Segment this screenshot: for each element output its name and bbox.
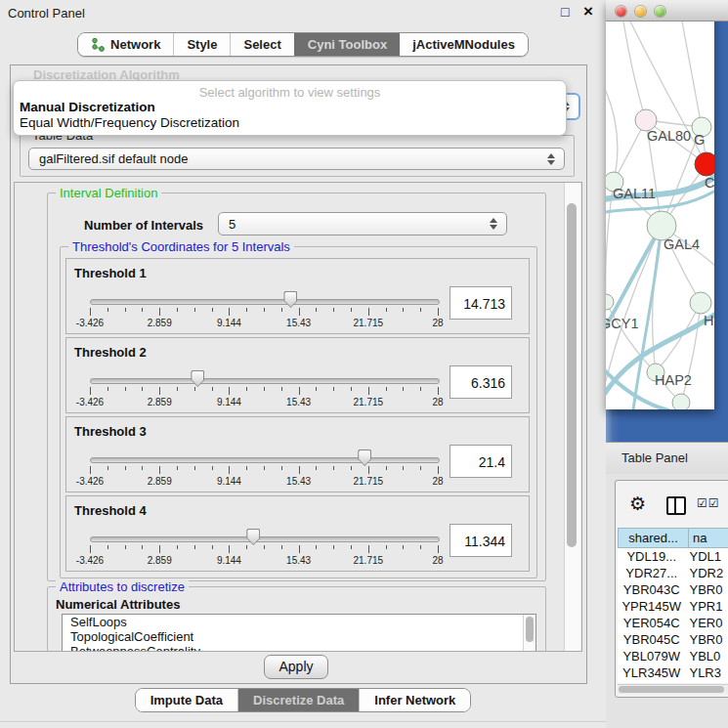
slider-tick-label: 9.144 (199, 318, 258, 328)
thresholds-group: Threshold's Coordinates for 5 Intervals … (60, 246, 537, 578)
network-node-partial[interactable] (672, 394, 690, 409)
slider-tick (229, 545, 230, 553)
panel-scrollbar-thumb[interactable] (567, 203, 577, 547)
attributes-group-title: Attributes to discretize (56, 579, 189, 594)
threshold-slider-track[interactable] (90, 457, 440, 463)
network-node-gcy1[interactable] (606, 294, 614, 310)
attribute-list-item[interactable]: SelfLoops (63, 615, 535, 629)
list-scrollbar-thumb[interactable] (526, 617, 534, 642)
slider-tick (333, 466, 334, 470)
panel-scrollbar[interactable] (564, 183, 580, 651)
float-window-icon[interactable]: □ (561, 4, 569, 20)
slider-tick (316, 545, 317, 549)
network-graph[interactable]: GAL80GCGAL11GAL4GCY1HHAP2 (606, 21, 714, 409)
list-scrollbar[interactable] (523, 615, 535, 652)
table-row[interactable]: YPR145WYPR1 (618, 598, 728, 615)
tab-label: jActiveMNodules (412, 37, 515, 52)
slider-tick (246, 545, 247, 549)
slider-tick (351, 466, 352, 470)
slider-tick (177, 545, 178, 549)
table-horizontal-scrollbar[interactable] (618, 684, 728, 694)
bottom-tab-impute-data[interactable]: Impute Data (136, 689, 237, 711)
table-row[interactable]: YDL19...YDL1 (618, 548, 728, 565)
apply-button[interactable]: Apply (264, 655, 328, 679)
slider-tick (212, 387, 213, 391)
numerical-attributes-list[interactable]: SelfLoopsTopologicalCoefficientBetweenne… (62, 614, 536, 652)
bottom-tab-infer-network[interactable]: Infer Network (359, 689, 470, 711)
table-hscrollbar-thumb[interactable] (619, 686, 724, 693)
table-row[interactable]: YBR045CYBR0 (618, 631, 728, 648)
table-row[interactable]: YDR27...YDR2 (618, 565, 728, 581)
table-cell-name: YBR0 (685, 581, 728, 598)
popup-option[interactable]: Manual Discretization (20, 100, 155, 114)
spinner-stepper-icon[interactable] (490, 218, 497, 230)
interval-definition-group-title: Interval Definition (56, 186, 161, 200)
threshold-slider-thumb[interactable] (191, 370, 204, 387)
slider-tick (194, 387, 195, 391)
table-cell-shared-name: YBL079W (618, 648, 685, 664)
slider-tick (299, 387, 300, 395)
minimize-traffic-light-icon[interactable] (635, 6, 646, 17)
number-of-intervals-spinner[interactable]: 5 (218, 212, 507, 236)
table-row[interactable]: YIL052CYIL0 (618, 681, 728, 683)
slider-tick (351, 545, 352, 549)
table-panel-area: ⚙ ☑☑ shared...na YDL19...YDL1YDR27...YDR… (606, 474, 728, 728)
slider-tick (125, 387, 126, 391)
threshold-value-field[interactable]: 11.344 (450, 524, 512, 557)
threshold-slider-track[interactable] (90, 299, 440, 305)
slider-tick (125, 308, 126, 312)
network-node-label: G (694, 132, 705, 148)
table-header-cell[interactable]: shared... (618, 528, 689, 548)
threshold-slider-thumb[interactable] (246, 529, 260, 545)
close-traffic-light-icon[interactable] (616, 6, 626, 17)
tab-jactivemnodules[interactable]: jActiveMNodules (400, 33, 528, 56)
zoom-traffic-light-icon[interactable] (655, 6, 665, 17)
combo-stepper-icon[interactable] (547, 153, 555, 165)
tab-cyni-toolbox[interactable]: Cyni Toolbox (294, 33, 400, 56)
network-node-h[interactable] (690, 292, 711, 314)
bottom-tab-discretize-data[interactable]: Discretize Data (237, 689, 359, 711)
bottom-tabs-group: Impute DataDiscretize DataInfer Network (135, 688, 472, 712)
table-cell-name: YDR2 (685, 565, 728, 581)
network-canvas[interactable]: GAL80GCGAL11GAL4GCY1HHAP2 (606, 21, 714, 409)
thresholds-group-title: Threshold's Coordinates for 5 Intervals (68, 239, 294, 254)
top-tab-bar: NetworkStyleSelectCyni ToolboxjActiveMNo… (0, 32, 606, 57)
threshold-slider-track[interactable] (90, 536, 440, 542)
gear-icon[interactable]: ⚙ (629, 492, 646, 515)
close-window-icon[interactable]: × (583, 2, 593, 21)
split-columns-icon[interactable] (666, 496, 686, 515)
attribute-list-item[interactable]: BetweennessCentrality (63, 644, 535, 652)
popup-hint-item[interactable]: Select algorithm to view settings (14, 85, 566, 100)
threshold-slider-thumb[interactable] (283, 291, 297, 308)
slider-tick (368, 466, 369, 474)
table-row[interactable]: YLR345WYLR3 (618, 664, 728, 681)
slider-tick (229, 387, 230, 395)
slider-tick (264, 308, 265, 312)
table-row[interactable]: YER054CYER0 (618, 615, 728, 631)
table-data-combobox[interactable]: galFiltered.sif default node (28, 148, 565, 170)
table-row[interactable]: YBR043CYBR0 (618, 581, 728, 598)
slider-tick (368, 545, 369, 553)
table-data-group: Table Data galFiltered.sif default node (20, 135, 575, 177)
threshold-slider-thumb[interactable] (358, 450, 371, 466)
threshold-value-field[interactable]: 21.4 (450, 445, 512, 478)
slider-tick-label: 9.144 (199, 476, 258, 487)
table-header-cell[interactable]: na (689, 528, 728, 548)
slider-tick (212, 308, 213, 312)
attribute-list-item[interactable]: TopologicalCoefficient (63, 629, 535, 644)
threshold-value-field[interactable]: 6.316 (450, 365, 512, 399)
network-window-titlebar[interactable] (606, 0, 714, 21)
slider-tick (386, 466, 387, 470)
tab-select[interactable]: Select (230, 33, 293, 56)
table-row[interactable]: YBL079WYBL0 (618, 648, 728, 664)
threshold-slider-track[interactable] (90, 378, 440, 384)
network-node-label: GAL4 (664, 236, 700, 252)
slider-tick (316, 387, 317, 391)
tab-network[interactable]: Network (78, 33, 173, 56)
select-columns-checkboxes-icon[interactable]: ☑☑ (697, 496, 720, 510)
slider-tick (333, 308, 334, 312)
popup-option[interactable]: Equal Width/Frequency Discretization (20, 115, 239, 130)
network-node-c[interactable] (695, 152, 714, 176)
tab-style[interactable]: Style (173, 33, 230, 56)
threshold-value-field[interactable]: 14.713 (450, 286, 512, 320)
